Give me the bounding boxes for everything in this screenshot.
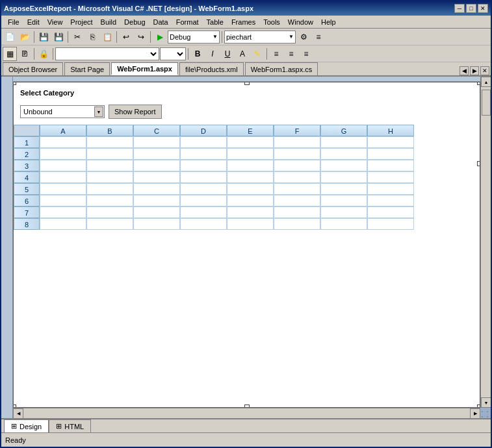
save-all-button[interactable]: 💾: [51, 30, 66, 44]
cell-6c[interactable]: [133, 195, 180, 206]
menu-edit[interactable]: Edit: [23, 17, 44, 27]
cell-3e[interactable]: [227, 160, 274, 171]
cell-3b[interactable]: [86, 160, 133, 171]
cell-5a[interactable]: [40, 183, 86, 195]
scroll-right-btn[interactable]: ▶: [470, 408, 480, 418]
align-center-btn[interactable]: ≡: [284, 47, 298, 61]
config-dropdown[interactable]: piechart ▼: [224, 31, 296, 44]
col-header-b[interactable]: B: [86, 125, 133, 136]
copy-button[interactable]: ⎘: [85, 30, 99, 44]
handle-bc[interactable]: [244, 404, 250, 408]
cell-5h[interactable]: [367, 183, 414, 195]
tab-next-btn[interactable]: ▶: [470, 66, 479, 75]
cell-1a[interactable]: [40, 136, 86, 148]
save-button[interactable]: 💾: [36, 30, 51, 44]
cell-7f[interactable]: [274, 206, 320, 218]
build-order-button[interactable]: ≡: [311, 30, 326, 44]
paste-button[interactable]: 📋: [100, 30, 114, 44]
cell-8g[interactable]: [320, 218, 367, 230]
cell-4f[interactable]: [274, 171, 320, 183]
cell-3d[interactable]: [180, 160, 227, 171]
cell-8e[interactable]: [227, 218, 274, 230]
cell-4e[interactable]: [227, 171, 274, 183]
cell-1d[interactable]: [180, 136, 227, 148]
cell-6g[interactable]: [320, 195, 367, 206]
cell-4g[interactable]: [320, 171, 367, 183]
font-selector[interactable]: [55, 47, 159, 60]
menu-debug[interactable]: Debug: [120, 17, 149, 27]
tab-products-xml[interactable]: file\Products.xml: [179, 62, 244, 75]
menu-tools[interactable]: Tools: [259, 17, 284, 27]
tab-start-page[interactable]: Start Page: [64, 62, 110, 75]
cell-2b[interactable]: [86, 148, 133, 160]
menu-data[interactable]: Data: [149, 17, 172, 27]
cell-8f[interactable]: [274, 218, 320, 230]
cell-1b[interactable]: [86, 136, 133, 148]
handle-br[interactable]: [477, 404, 480, 408]
cell-2f[interactable]: [274, 148, 320, 160]
cell-8c[interactable]: [133, 218, 180, 230]
new-button[interactable]: 📄: [3, 30, 17, 44]
cell-7d[interactable]: [180, 206, 227, 218]
cell-6e[interactable]: [227, 195, 274, 206]
col-header-g[interactable]: G: [320, 125, 367, 136]
cell-7e[interactable]: [227, 206, 274, 218]
cell-1c[interactable]: [133, 136, 180, 148]
html-view-btn[interactable]: 🖹: [18, 47, 32, 61]
cell-3c[interactable]: [133, 160, 180, 171]
cell-1e[interactable]: [227, 136, 274, 148]
tab-webform1-aspx-cs[interactable]: WebForm1.aspx.cs: [245, 62, 318, 75]
redo-button[interactable]: ↪: [134, 30, 148, 44]
col-header-f[interactable]: F: [274, 125, 320, 136]
open-button[interactable]: 📂: [18, 30, 32, 44]
props-button[interactable]: ⚙: [296, 30, 311, 44]
scroll-up-btn[interactable]: ▲: [481, 77, 491, 87]
col-header-e[interactable]: E: [227, 125, 274, 136]
cell-7g[interactable]: [320, 206, 367, 218]
bottom-scrollbar[interactable]: ◀ ▶: [13, 408, 480, 418]
cell-4d[interactable]: [180, 171, 227, 183]
cell-7b[interactable]: [86, 206, 133, 218]
undo-button[interactable]: ↩: [119, 30, 133, 44]
cell-2g[interactable]: [320, 148, 367, 160]
cut-button[interactable]: ✂: [70, 30, 84, 44]
tab-prev-btn[interactable]: ◀: [460, 66, 469, 75]
right-scrollbar[interactable]: ▲ ▼: [480, 77, 491, 408]
menu-window[interactable]: Window: [284, 17, 317, 27]
cell-6d[interactable]: [180, 195, 227, 206]
cell-4a[interactable]: [40, 171, 86, 183]
cell-2c[interactable]: [133, 148, 180, 160]
debug-dropdown[interactable]: Debug ▼: [168, 31, 220, 44]
cell-5f[interactable]: [274, 183, 320, 195]
cell-2e[interactable]: [227, 148, 274, 160]
cell-2a[interactable]: [40, 148, 86, 160]
cell-4b[interactable]: [86, 171, 133, 183]
font-color-btn[interactable]: A: [235, 47, 250, 61]
lock-btn[interactable]: 🔒: [36, 47, 51, 61]
menu-view[interactable]: View: [44, 17, 67, 27]
menu-format[interactable]: Format: [172, 17, 203, 27]
bold-btn[interactable]: B: [190, 47, 205, 61]
cell-1g[interactable]: [320, 136, 367, 148]
cell-7a[interactable]: [40, 206, 86, 218]
cell-6a[interactable]: [40, 195, 86, 206]
cell-3h[interactable]: [367, 160, 414, 171]
cell-3g[interactable]: [320, 160, 367, 171]
scroll-down-btn[interactable]: ▼: [481, 397, 491, 408]
tab-object-browser[interactable]: Object Browser: [3, 62, 63, 75]
size-selector[interactable]: [160, 47, 186, 60]
cell-2d[interactable]: [180, 148, 227, 160]
show-report-button[interactable]: Show Report: [109, 105, 162, 119]
align-right-btn[interactable]: ≡: [299, 47, 313, 61]
minimize-button[interactable]: ─: [454, 4, 465, 13]
col-header-h[interactable]: H: [367, 125, 414, 136]
cell-5g[interactable]: [320, 183, 367, 195]
menu-frames[interactable]: Frames: [227, 17, 259, 27]
handle-mr[interactable]: [477, 161, 480, 166]
design-tab[interactable]: ⊞ Design: [4, 419, 49, 432]
menu-file[interactable]: File: [4, 17, 23, 27]
category-select[interactable]: Unbound: [20, 105, 105, 118]
cell-4c[interactable]: [133, 171, 180, 183]
cell-8a[interactable]: [40, 218, 86, 230]
menu-table[interactable]: Table: [203, 17, 227, 27]
